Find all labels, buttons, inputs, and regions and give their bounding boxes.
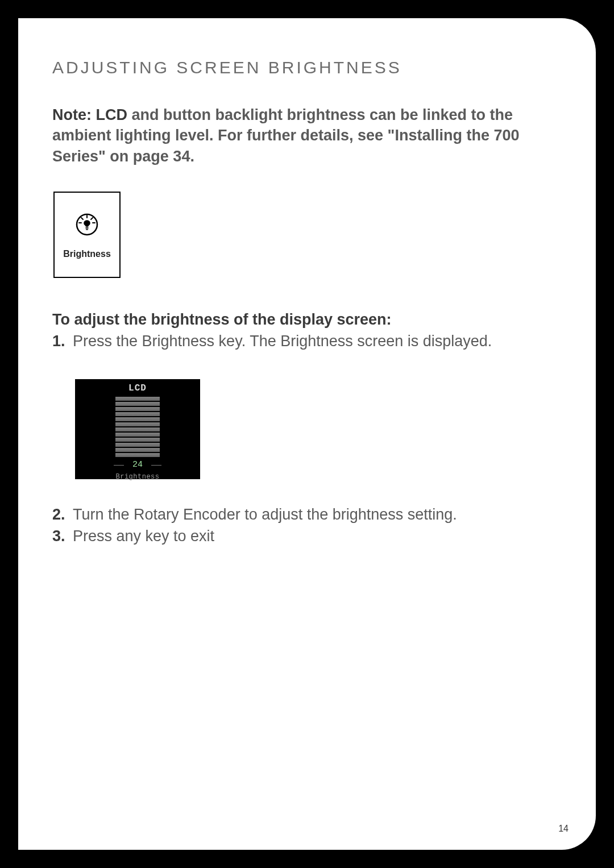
steps-heading: To adjust the brightness of the display … [52,311,562,329]
lcd-bar-stack [115,396,160,458]
step-text: Press any key to exit [73,528,214,545]
lcd-bar [115,438,160,442]
lcd-bar [115,427,160,431]
manual-page: ADJUSTING SCREEN BRIGHTNESS Note: LCD an… [18,18,596,850]
lcd-value: 24 [81,459,194,471]
lcd-bar [115,453,160,457]
lcd-bar [115,397,160,401]
step-text: Press the Brightness key. The Brightness… [73,333,492,350]
section-title: ADJUSTING SCREEN BRIGHTNESS [52,58,562,77]
svg-rect-2 [86,229,88,230]
lcd-bar [115,417,160,421]
step-item: Press the Brightness key. The Brightness… [52,331,562,479]
step-item: Turn the Rotary Encoder to adjust the br… [52,504,562,525]
lcd-bar [115,422,160,426]
lcd-screenshot: LCD 24 Brightness [75,379,200,479]
lcd-bar [115,412,160,416]
brightness-icon [73,210,101,249]
note-lead: Note: LCD [52,106,127,123]
note-paragraph: Note: LCD and button backlight brightnes… [52,105,562,167]
brightness-key-label: Brightness [63,249,111,259]
lcd-bar [115,448,160,452]
svg-line-4 [81,218,83,219]
lcd-bar [115,407,160,411]
svg-rect-1 [86,227,89,229]
page-number: 14 [558,824,569,834]
lcd-bar [115,433,160,437]
lcd-bar [115,443,160,447]
lcd-bar [115,402,160,406]
svg-line-5 [91,218,93,219]
steps-list: Press the Brightness key. The Brightness… [52,331,562,546]
lcd-title: LCD [81,383,194,395]
step-item: Press any key to exit [52,526,562,546]
lcd-caption: Brightness [81,472,194,481]
brightness-key-figure: Brightness [53,192,121,278]
step-text: Turn the Rotary Encoder to adjust the br… [73,506,457,523]
